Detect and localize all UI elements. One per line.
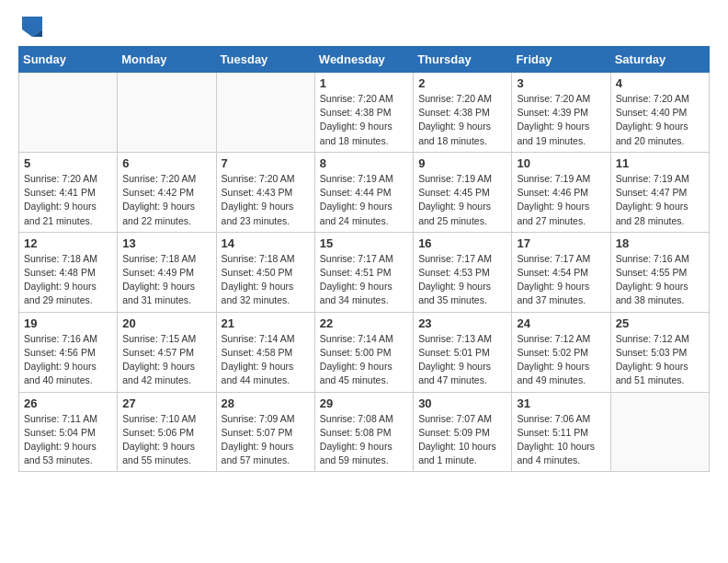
day-number: 10 — [517, 156, 605, 170]
day-number: 1 — [320, 76, 408, 90]
calendar-cell: 12Sunrise: 7:18 AM Sunset: 4:48 PM Dayli… — [19, 232, 118, 312]
calendar-cell: 28Sunrise: 7:09 AM Sunset: 5:07 PM Dayli… — [216, 392, 314, 472]
calendar-header-row: SundayMondayTuesdayWednesdayThursdayFrid… — [19, 47, 710, 73]
day-info: Sunrise: 7:12 AM Sunset: 5:02 PM Dayligh… — [517, 332, 605, 388]
day-number: 12 — [24, 236, 112, 250]
calendar-header-saturday: Saturday — [610, 47, 709, 73]
day-info: Sunrise: 7:18 AM Sunset: 4:50 PM Dayligh… — [222, 252, 310, 308]
day-number: 21 — [222, 316, 310, 330]
day-number: 16 — [418, 236, 506, 250]
logo-icon — [22, 17, 42, 37]
day-info: Sunrise: 7:14 AM Sunset: 5:00 PM Dayligh… — [320, 332, 408, 388]
day-number: 15 — [320, 236, 408, 250]
calendar-cell — [216, 73, 314, 153]
day-info: Sunrise: 7:06 AM Sunset: 5:11 PM Dayligh… — [517, 412, 605, 468]
day-info: Sunrise: 7:10 AM Sunset: 5:06 PM Dayligh… — [122, 412, 210, 468]
calendar-header-thursday: Thursday — [414, 47, 512, 73]
day-number: 22 — [320, 316, 408, 330]
calendar-cell: 15Sunrise: 7:17 AM Sunset: 4:51 PM Dayli… — [314, 232, 413, 312]
day-info: Sunrise: 7:17 AM Sunset: 4:51 PM Dayligh… — [320, 252, 408, 308]
day-info: Sunrise: 7:20 AM Sunset: 4:43 PM Dayligh… — [222, 172, 310, 228]
day-number: 13 — [122, 236, 210, 250]
day-number: 8 — [320, 156, 408, 170]
logo — [18, 17, 42, 37]
day-info: Sunrise: 7:20 AM Sunset: 4:39 PM Dayligh… — [517, 92, 605, 148]
calendar-week-5: 26Sunrise: 7:11 AM Sunset: 5:04 PM Dayli… — [19, 392, 710, 472]
calendar-cell: 27Sunrise: 7:10 AM Sunset: 5:06 PM Dayli… — [118, 392, 216, 472]
day-number: 26 — [24, 396, 112, 410]
day-number: 20 — [122, 316, 210, 330]
calendar-cell: 30Sunrise: 7:07 AM Sunset: 5:09 PM Dayli… — [414, 392, 512, 472]
day-number: 19 — [24, 316, 112, 330]
day-info: Sunrise: 7:11 AM Sunset: 5:04 PM Dayligh… — [24, 412, 112, 468]
calendar-week-3: 12Sunrise: 7:18 AM Sunset: 4:48 PM Dayli… — [19, 232, 710, 312]
calendar-cell: 21Sunrise: 7:14 AM Sunset: 4:58 PM Dayli… — [216, 312, 314, 392]
calendar-week-4: 19Sunrise: 7:16 AM Sunset: 4:56 PM Dayli… — [19, 312, 710, 392]
day-number: 29 — [320, 396, 408, 410]
calendar-cell: 4Sunrise: 7:20 AM Sunset: 4:40 PM Daylig… — [610, 73, 709, 153]
day-number: 30 — [418, 396, 506, 410]
calendar-cell: 17Sunrise: 7:17 AM Sunset: 4:54 PM Dayli… — [512, 232, 610, 312]
day-info: Sunrise: 7:19 AM Sunset: 4:44 PM Dayligh… — [320, 172, 408, 228]
day-info: Sunrise: 7:18 AM Sunset: 4:49 PM Dayligh… — [122, 252, 210, 308]
day-number: 28 — [222, 396, 310, 410]
calendar-cell: 9Sunrise: 7:19 AM Sunset: 4:45 PM Daylig… — [414, 152, 512, 232]
calendar-cell: 26Sunrise: 7:11 AM Sunset: 5:04 PM Dayli… — [19, 392, 118, 472]
calendar-cell: 25Sunrise: 7:12 AM Sunset: 5:03 PM Dayli… — [610, 312, 709, 392]
calendar-cell: 22Sunrise: 7:14 AM Sunset: 5:00 PM Dayli… — [314, 312, 413, 392]
calendar-header-tuesday: Tuesday — [216, 47, 314, 73]
day-number: 17 — [517, 236, 605, 250]
calendar-week-2: 5Sunrise: 7:20 AM Sunset: 4:41 PM Daylig… — [19, 152, 710, 232]
calendar-cell: 1Sunrise: 7:20 AM Sunset: 4:38 PM Daylig… — [314, 73, 413, 153]
calendar-cell: 23Sunrise: 7:13 AM Sunset: 5:01 PM Dayli… — [414, 312, 512, 392]
calendar-cell: 24Sunrise: 7:12 AM Sunset: 5:02 PM Dayli… — [512, 312, 610, 392]
day-info: Sunrise: 7:20 AM Sunset: 4:41 PM Dayligh… — [24, 172, 112, 228]
header — [18, 17, 710, 37]
calendar-cell: 2Sunrise: 7:20 AM Sunset: 4:38 PM Daylig… — [414, 73, 512, 153]
day-info: Sunrise: 7:20 AM Sunset: 4:42 PM Dayligh… — [122, 172, 210, 228]
calendar-cell: 13Sunrise: 7:18 AM Sunset: 4:49 PM Dayli… — [118, 232, 216, 312]
calendar-cell: 29Sunrise: 7:08 AM Sunset: 5:08 PM Dayli… — [314, 392, 413, 472]
day-number: 25 — [616, 316, 704, 330]
calendar-header-friday: Friday — [512, 47, 610, 73]
calendar-header-monday: Monday — [118, 47, 216, 73]
day-info: Sunrise: 7:13 AM Sunset: 5:01 PM Dayligh… — [418, 332, 506, 388]
day-info: Sunrise: 7:19 AM Sunset: 4:46 PM Dayligh… — [517, 172, 605, 228]
day-info: Sunrise: 7:14 AM Sunset: 4:58 PM Dayligh… — [222, 332, 310, 388]
day-info: Sunrise: 7:17 AM Sunset: 4:54 PM Dayligh… — [517, 252, 605, 308]
day-info: Sunrise: 7:12 AM Sunset: 5:03 PM Dayligh… — [616, 332, 704, 388]
day-info: Sunrise: 7:17 AM Sunset: 4:53 PM Dayligh… — [418, 252, 506, 308]
calendar-cell: 18Sunrise: 7:16 AM Sunset: 4:55 PM Dayli… — [610, 232, 709, 312]
calendar-cell: 3Sunrise: 7:20 AM Sunset: 4:39 PM Daylig… — [512, 73, 610, 153]
day-info: Sunrise: 7:16 AM Sunset: 4:55 PM Dayligh… — [616, 252, 704, 308]
day-number: 4 — [616, 76, 704, 90]
day-info: Sunrise: 7:09 AM Sunset: 5:07 PM Dayligh… — [222, 412, 310, 468]
day-number: 9 — [418, 156, 506, 170]
day-number: 24 — [517, 316, 605, 330]
calendar-cell: 19Sunrise: 7:16 AM Sunset: 4:56 PM Dayli… — [19, 312, 118, 392]
day-number: 31 — [517, 396, 605, 410]
calendar-cell: 10Sunrise: 7:19 AM Sunset: 4:46 PM Dayli… — [512, 152, 610, 232]
calendar-cell: 14Sunrise: 7:18 AM Sunset: 4:50 PM Dayli… — [216, 232, 314, 312]
day-number: 11 — [616, 156, 704, 170]
day-number: 7 — [222, 156, 310, 170]
calendar-cell: 31Sunrise: 7:06 AM Sunset: 5:11 PM Dayli… — [512, 392, 610, 472]
day-number: 2 — [418, 76, 506, 90]
calendar-cell: 7Sunrise: 7:20 AM Sunset: 4:43 PM Daylig… — [216, 152, 314, 232]
page: SundayMondayTuesdayWednesdayThursdayFrid… — [0, 0, 728, 488]
day-info: Sunrise: 7:19 AM Sunset: 4:47 PM Dayligh… — [616, 172, 704, 228]
day-info: Sunrise: 7:20 AM Sunset: 4:38 PM Dayligh… — [320, 92, 408, 148]
calendar-cell: 20Sunrise: 7:15 AM Sunset: 4:57 PM Dayli… — [118, 312, 216, 392]
day-info: Sunrise: 7:18 AM Sunset: 4:48 PM Dayligh… — [24, 252, 112, 308]
day-info: Sunrise: 7:20 AM Sunset: 4:40 PM Dayligh… — [616, 92, 704, 148]
day-info: Sunrise: 7:15 AM Sunset: 4:57 PM Dayligh… — [122, 332, 210, 388]
calendar-header-sunday: Sunday — [19, 47, 118, 73]
day-info: Sunrise: 7:07 AM Sunset: 5:09 PM Dayligh… — [418, 412, 506, 468]
day-number: 18 — [616, 236, 704, 250]
day-number: 6 — [122, 156, 210, 170]
calendar-cell: 6Sunrise: 7:20 AM Sunset: 4:42 PM Daylig… — [118, 152, 216, 232]
day-number: 5 — [24, 156, 112, 170]
day-info: Sunrise: 7:08 AM Sunset: 5:08 PM Dayligh… — [320, 412, 408, 468]
calendar-cell: 16Sunrise: 7:17 AM Sunset: 4:53 PM Dayli… — [414, 232, 512, 312]
day-number: 14 — [222, 236, 310, 250]
